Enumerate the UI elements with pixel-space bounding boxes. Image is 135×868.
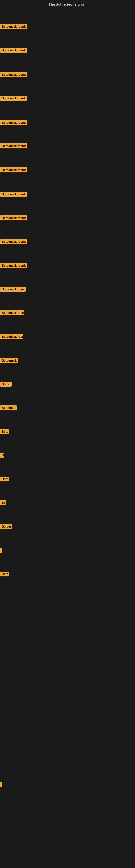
bottleneck-badge-8: Bottleneck result (0, 192, 27, 197)
bottleneck-badge-17: Bottlenec (0, 405, 17, 410)
bottleneck-badge-16: Bottle (0, 382, 12, 386)
bottleneck-badge-18: Bott (0, 429, 9, 434)
bottleneck-badge-4: Bottleneck result (0, 96, 27, 101)
bottleneck-badge-23 (0, 548, 2, 553)
bottleneck-badge-24: Bott (0, 571, 9, 577)
bottleneck-badge-20: Bott (0, 476, 9, 482)
bottleneck-badge-11: Bottleneck result (0, 263, 27, 268)
bottleneck-badge-12: Bottleneck resu (0, 287, 26, 291)
bottleneck-badge-22: Bottler (0, 524, 12, 529)
bottleneck-badge-1: Bottleneck result (0, 24, 27, 29)
bottleneck-badge-5: Bottleneck result (0, 120, 27, 125)
site-title: TheBottlenecker.com (0, 0, 135, 9)
bottleneck-badge-15: Bottleneck (0, 358, 18, 363)
bottleneck-badge-3: Bottleneck result (0, 72, 27, 77)
bottleneck-badge-14: Bottleneck resu (0, 334, 23, 339)
bottleneck-badge-19: B (0, 453, 4, 458)
bottleneck-badge-25 (0, 782, 2, 787)
bottleneck-badge-21: Bo (0, 500, 6, 505)
bottleneck-badge-9: Bottleneck result (0, 215, 27, 220)
bottleneck-badge-6: Bottleneck result (0, 144, 27, 148)
bottleneck-badge-13: Bottleneck resu (0, 310, 24, 315)
bottleneck-badge-2: Bottleneck result (0, 48, 27, 53)
bottleneck-badge-10: Bottleneck result (0, 239, 27, 244)
bottleneck-badge-7: Bottleneck result (0, 167, 27, 172)
